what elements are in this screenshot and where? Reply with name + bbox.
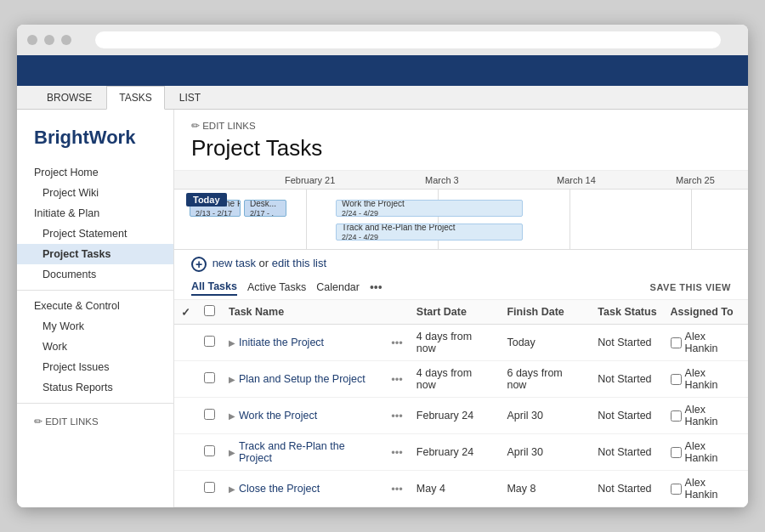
sidebar-item-documents[interactable]: Documents bbox=[17, 264, 173, 285]
assigned-checkbox-1[interactable] bbox=[671, 374, 682, 385]
filter-more-dots[interactable]: ••• bbox=[370, 280, 382, 294]
edit-list-link[interactable]: edit bbox=[272, 257, 290, 269]
gantt-line-feb21 bbox=[306, 190, 307, 249]
expand-arrow-1[interactable]: ▶ bbox=[229, 375, 235, 384]
sidebar: BrightWork Project Home Project Wiki Ini… bbox=[17, 110, 174, 507]
table-row: ▶ Close the Project ••• May 4 May 8 Not … bbox=[174, 471, 748, 507]
sidebar-edit-links[interactable]: ✏ EDIT LINKS bbox=[17, 409, 173, 434]
row-dots-icon-4[interactable]: ••• bbox=[391, 483, 403, 495]
row-dots-icon-1[interactable]: ••• bbox=[391, 373, 403, 386]
task-name-cell-0: ▶ Initiate the Project bbox=[222, 325, 384, 361]
row-checkbox-cell-0[interactable] bbox=[197, 325, 222, 361]
filter-all-tasks[interactable]: All Tasks bbox=[191, 279, 237, 296]
or-label: or bbox=[259, 257, 272, 269]
finish-date-0: Today bbox=[500, 325, 591, 361]
row-dots-icon-2[interactable]: ••• bbox=[391, 410, 403, 422]
task-status-0: Not Started bbox=[591, 325, 663, 361]
gantt-date-mar3: March 3 bbox=[425, 175, 459, 185]
gantt-date-mar14: March 14 bbox=[557, 175, 596, 185]
task-name-cell-4: ▶ Close the Project bbox=[222, 471, 384, 507]
gantt-date-mar25: March 25 bbox=[676, 175, 715, 185]
task-name-cell-2: ▶ Work the Project bbox=[222, 398, 384, 434]
assigned-to-2: Alex Hankin bbox=[664, 398, 748, 434]
new-task-link[interactable]: new task bbox=[212, 257, 256, 269]
task-status-4: Not Started bbox=[591, 471, 663, 507]
sidebar-item-project-home[interactable]: Project Home bbox=[17, 162, 173, 183]
assigned-to-4: Alex Hankin bbox=[664, 471, 748, 507]
task-table: ✓ Task Name Start Date Finish Date Task … bbox=[174, 300, 748, 507]
assigned-checkbox-3[interactable] bbox=[671, 447, 682, 458]
app-window: BROWSE TASKS LIST BrightWork Project Hom… bbox=[17, 25, 748, 507]
expand-arrow-4[interactable]: ▶ bbox=[229, 484, 235, 494]
col-task-status: Task Status bbox=[591, 300, 663, 325]
filter-active-tasks[interactable]: Active Tasks bbox=[247, 280, 306, 295]
select-all-checkbox[interactable] bbox=[204, 305, 215, 316]
col-assigned-to: Assigned To bbox=[664, 300, 748, 325]
sidebar-item-project-statement[interactable]: Project Statement bbox=[17, 224, 173, 244]
row-checkbox-cell-2[interactable] bbox=[197, 398, 222, 434]
address-bar[interactable] bbox=[95, 31, 721, 48]
sidebar-item-initiate-plan[interactable]: Initiate & Plan bbox=[17, 203, 173, 224]
gantt-bar-track: Track and Re-Plan the Project2/24 - 4/29 bbox=[336, 224, 523, 241]
row-dots-icon-0[interactable]: ••• bbox=[391, 337, 403, 349]
task-name-4[interactable]: Close the Project bbox=[239, 483, 320, 495]
gantt-area: February 21 March 3 March 14 March 25 To… bbox=[174, 171, 748, 250]
start-date-1: 4 days from now bbox=[410, 361, 501, 398]
assigned-checkbox-4[interactable] bbox=[671, 484, 682, 495]
row-dots-0[interactable]: ••• bbox=[384, 325, 410, 361]
gantt-date-feb21: February 21 bbox=[285, 175, 335, 185]
sidebar-item-my-work[interactable]: My Work bbox=[17, 316, 173, 337]
filter-calendar[interactable]: Calendar bbox=[316, 280, 360, 295]
table-row: ▶ Initiate the Project ••• 4 days from n… bbox=[174, 325, 748, 361]
edit-links-label[interactable]: ✏ EDIT LINKS bbox=[191, 121, 256, 131]
row-checkbox-cell-4[interactable] bbox=[197, 471, 222, 507]
tab-list[interactable]: LIST bbox=[167, 86, 213, 109]
sidebar-item-project-wiki[interactable]: Project Wiki bbox=[17, 183, 173, 203]
assigned-to-1: Alex Hankin bbox=[664, 361, 748, 398]
task-status-3: Not Started bbox=[591, 434, 663, 471]
save-view-button[interactable]: SAVE THIS VIEW bbox=[650, 282, 731, 292]
sidebar-item-work[interactable]: Work bbox=[17, 337, 173, 357]
assigned-checkbox-0[interactable] bbox=[671, 337, 682, 348]
task-name-0[interactable]: Initiate the Project bbox=[239, 337, 324, 348]
task-name-2[interactable]: Work the Project bbox=[239, 410, 317, 422]
row-checkbox-4[interactable] bbox=[204, 482, 215, 493]
sidebar-item-execute-control[interactable]: Execute & Control bbox=[17, 296, 173, 316]
titlebar bbox=[17, 25, 748, 55]
row-checkbox-3[interactable] bbox=[204, 445, 215, 456]
finish-date-2: April 30 bbox=[500, 398, 591, 434]
gantt-bar-desk-label: Desk...2/17 - . bbox=[250, 200, 276, 217]
row-dots-1[interactable]: ••• bbox=[384, 361, 410, 398]
row-checkbox-0[interactable] bbox=[204, 336, 215, 347]
assigned-to-3: Alex Hankin bbox=[664, 434, 748, 471]
row-checkbox-cell-3[interactable] bbox=[197, 434, 222, 471]
row-dots-2[interactable]: ••• bbox=[384, 398, 410, 434]
assigned-check-0: Alex Hankin bbox=[671, 331, 741, 354]
tab-tasks[interactable]: TASKS bbox=[106, 86, 164, 110]
traffic-light-2 bbox=[44, 35, 54, 45]
logo-bright: BrightWork bbox=[34, 127, 135, 148]
task-name-3[interactable]: Track and Re-Plan the Project bbox=[239, 440, 377, 464]
start-date-2: February 24 bbox=[410, 398, 501, 434]
row-checkbox-2[interactable] bbox=[204, 409, 215, 420]
sidebar-item-project-tasks[interactable]: Project Tasks bbox=[17, 244, 173, 264]
task-status-1: Not Started bbox=[591, 361, 663, 398]
edit-links-bar[interactable]: ✏ EDIT LINKS bbox=[191, 120, 731, 132]
row-dots-4[interactable]: ••• bbox=[384, 471, 410, 507]
tab-browse[interactable]: BROWSE bbox=[34, 86, 105, 109]
sidebar-item-status-reports[interactable]: Status Reports bbox=[17, 377, 173, 398]
row-dots-icon-3[interactable]: ••• bbox=[391, 446, 403, 459]
gantt-line-mar25 bbox=[691, 190, 692, 249]
row-checkbox-1[interactable] bbox=[204, 372, 215, 383]
task-status-2: Not Started bbox=[591, 398, 663, 434]
this-list-link[interactable]: this list bbox=[292, 257, 326, 269]
expand-arrow-0[interactable]: ▶ bbox=[229, 338, 235, 348]
row-checkbox-cell-1[interactable] bbox=[197, 361, 222, 398]
assigned-checkbox-2[interactable] bbox=[671, 410, 682, 422]
task-name-1[interactable]: Plan and Setup the Project bbox=[239, 373, 366, 385]
expand-arrow-3[interactable]: ▶ bbox=[229, 448, 235, 457]
expand-arrow-2[interactable]: ▶ bbox=[229, 411, 235, 421]
row-dots-3[interactable]: ••• bbox=[384, 434, 410, 471]
new-task-icon[interactable]: + bbox=[191, 257, 207, 272]
sidebar-item-project-issues[interactable]: Project Issues bbox=[17, 357, 173, 377]
